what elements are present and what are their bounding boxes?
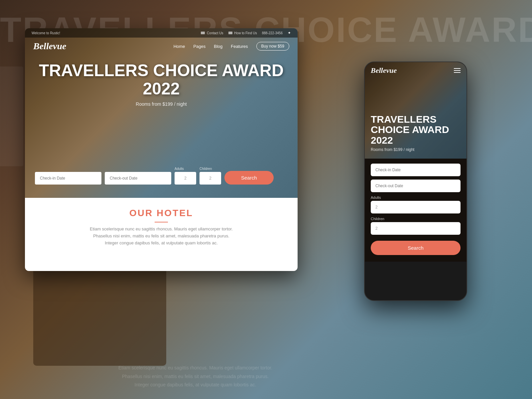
bottom-faded-line-1: Etiam scelerisque nunc eu sagittis rhonc… [25,364,366,372]
hotel-section-title: OUR HOTEL [35,208,288,218]
nav-blog[interactable]: Blog [214,44,222,49]
hotel-section-divider [155,222,168,222]
mobile-nav: Bellevue [365,62,466,79]
children-label: Children [200,167,221,171]
mobile-checkout-input[interactable] [371,180,461,192]
checkin-group [35,172,101,185]
topbar-findus: How to Find Us [228,31,257,35]
mobile-mockup: Bellevue TRAVELLERS CHOICE AWARD 2022 Ro… [364,62,467,301]
bottom-faded-line-3: Integer congue dapibus felis, at vulputa… [25,381,366,389]
hotel-section-text: Etiam scelerisque nunc eu sagittis rhonc… [35,226,288,246]
desktop-logo: Bellevue [33,41,66,52]
mobile-inner: Bellevue TRAVELLERS CHOICE AWARD 2022 Ro… [365,62,466,300]
mobile-children-group: Children [371,217,461,235]
nav-pages[interactable]: Pages [193,44,205,49]
desktop-nav: Bellevue Home Pages Blog Features Buy no… [25,38,298,55]
mobile-checkin-input[interactable] [371,164,461,176]
desktop-topbar: Welcome to Rustic! Contact Us How to Fin… [25,28,298,38]
desktop-booking-form: Adults Children Search [35,167,288,185]
hamburger-line-1 [454,68,461,69]
twitter-icon: ✦ [288,31,291,35]
desktop-checkin-input[interactable] [35,172,101,185]
adults-group: Adults [175,167,196,185]
mobile-children-input[interactable] [371,222,461,235]
mobile-adults-label: Adults [371,196,461,200]
desktop-hero: Welcome to Rustic! Contact Us How to Fin… [25,28,298,198]
adults-label: Adults [175,167,196,171]
map-icon [228,32,232,34]
left-decoration [0,66,23,166]
desktop-checkout-input[interactable] [105,172,171,185]
mobile-checkin-group [371,164,461,176]
mobile-booking-section: Adults Children Search [365,159,466,262]
topbar-contact: Contact Us [201,31,223,35]
desktop-hero-content: TRAVELLERS CHOICE AWARD 2022 Rooms from … [35,62,288,107]
mobile-children-label: Children [371,217,461,221]
mobile-hero: Bellevue TRAVELLERS CHOICE AWARD 2022 Ro… [365,62,466,159]
hamburger-menu-button[interactable] [454,68,461,73]
mobile-hero-subtitle: Rooms from $199 / night [371,147,461,152]
mobile-adults-group: Adults [371,196,461,213]
desktop-hotel-section: OUR HOTEL Etiam scelerisque nunc eu sagi… [25,198,298,271]
desktop-search-button[interactable]: Search [224,171,274,185]
bottom-faded-text: Etiam scelerisque nunc eu sagittis rhonc… [25,364,366,389]
hamburger-line-3 [454,72,461,73]
mobile-search-button[interactable]: Search [371,241,461,255]
buy-now-button[interactable]: Buy now $59 [256,42,289,51]
bottom-faded-line-2: Phasellus nisi enim, mattis eu felis sit… [25,372,366,381]
desktop-adults-input[interactable] [175,172,196,185]
desktop-hero-title: TRAVELLERS CHOICE AWARD 2022 [35,62,288,98]
mobile-logo: Bellevue [371,66,397,75]
children-group: Children [200,167,221,185]
mobile-checkout-group [371,180,461,192]
topbar-welcome: Welcome to Rustic! [32,31,60,35]
desktop-nav-links: Home Pages Blog Features Buy now $59 [174,42,289,51]
topbar-phone: 888-222-3456 [262,31,283,35]
topbar-right: Contact Us How to Find Us 888-222-3456 ✦ [201,31,291,35]
mobile-adults-input[interactable] [371,201,461,213]
desktop-hero-subtitle: Rooms from $199 / night [35,101,288,107]
checkout-group [105,172,171,185]
mobile-hero-title: TRAVELLERS CHOICE AWARD 2022 [371,114,461,146]
desktop-mockup: Welcome to Rustic! Contact Us How to Fin… [25,28,298,271]
nav-features[interactable]: Features [231,44,248,49]
email-icon [201,32,205,34]
desktop-children-input[interactable] [200,172,221,185]
hamburger-line-2 [454,70,461,71]
mobile-hero-content: TRAVELLERS CHOICE AWARD 2022 Rooms from … [371,114,461,152]
nav-home[interactable]: Home [174,44,185,49]
